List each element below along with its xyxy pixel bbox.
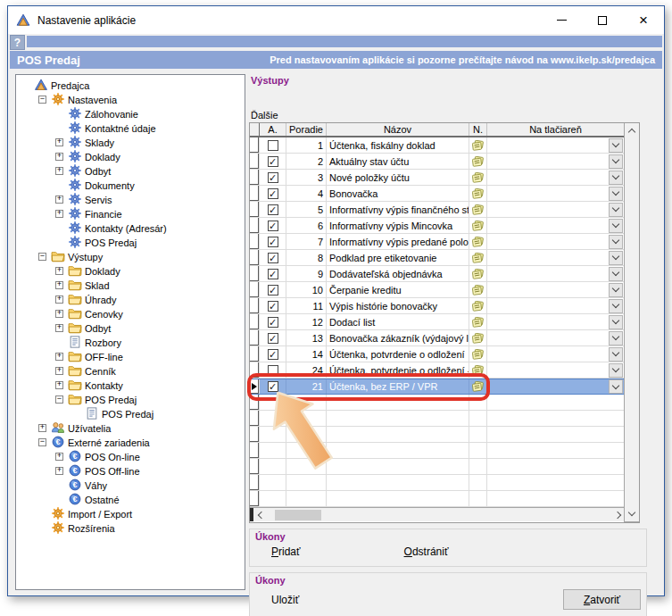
tree-item[interactable]: +Užívatelia (16, 420, 245, 435)
printer-dropdown-button[interactable] (609, 138, 623, 153)
tree-item[interactable]: +OFF-line (16, 349, 245, 363)
tree-item[interactable]: −Nastavenia (16, 92, 245, 106)
tree-item[interactable]: Dokumenty (16, 178, 245, 192)
table-row[interactable]: ✓13Bonovačka zákazník (výdajový lís (250, 330, 624, 346)
tree-item[interactable]: Zálohovanie (16, 106, 245, 121)
tree-item[interactable]: +Doklady (16, 263, 245, 278)
tree-expander[interactable]: + (55, 381, 68, 389)
expand-icon[interactable]: + (55, 453, 63, 461)
tree-expander[interactable]: + (55, 196, 68, 204)
printer-dropdown-button[interactable] (609, 171, 623, 185)
expand-icon[interactable]: + (55, 310, 63, 318)
tree-item[interactable]: +Úhrady (16, 292, 245, 306)
tree-expander[interactable]: − (38, 253, 51, 261)
expand-icon[interactable]: + (55, 467, 63, 475)
expand-icon[interactable]: + (55, 210, 63, 218)
scroll-up-icon[interactable] (628, 129, 635, 136)
table-row[interactable]: ✓10Čerpanie kreditu (250, 282, 624, 298)
table-row[interactable]: ✓5Informatívny výpis finančného sta (250, 202, 624, 218)
horizontal-scroll-thumb[interactable] (275, 510, 321, 520)
tree-expander[interactable]: − (38, 438, 51, 446)
active-checkbox[interactable]: ✓ (268, 285, 278, 296)
active-checkbox[interactable] (268, 140, 278, 151)
collapse-icon[interactable]: − (55, 395, 63, 404)
printer-dropdown-button[interactable] (609, 251, 623, 265)
expand-icon[interactable]: + (55, 281, 63, 289)
tree-item[interactable]: +Financie (16, 206, 245, 221)
active-checkbox[interactable]: ✓ (268, 156, 278, 167)
tree-item[interactable]: +€POS On-line (16, 449, 245, 463)
active-checkbox[interactable]: ✓ (268, 253, 278, 263)
collapse-icon[interactable]: − (38, 253, 46, 261)
active-checkbox[interactable]: ✓ (268, 221, 278, 231)
table-row[interactable]: ✓14Účtenka, potvrdenie o odložení (250, 346, 624, 362)
tree-expander[interactable]: + (55, 367, 68, 375)
tree-expander[interactable]: + (55, 153, 68, 161)
active-checkbox[interactable]: ✓ (268, 237, 278, 247)
maximize-button[interactable] (582, 6, 623, 34)
table-row[interactable]: ✓9Dodávateľská objednávka (250, 266, 624, 282)
expand-icon[interactable]: + (55, 196, 63, 204)
tree-item[interactable]: €Váhy (16, 478, 245, 492)
tree-item[interactable]: +Servis (16, 192, 245, 206)
help-button[interactable]: ? (10, 35, 25, 50)
collapse-icon[interactable]: − (38, 96, 46, 104)
minimize-button[interactable] (541, 6, 582, 34)
printer-dropdown-button[interactable] (609, 363, 623, 378)
active-checkbox[interactable]: ✓ (268, 188, 278, 199)
tree-expander[interactable]: + (55, 453, 68, 461)
tree-item[interactable]: Kontaktné údaje (16, 121, 245, 135)
active-checkbox[interactable]: ✓ (268, 317, 278, 328)
tree-expander[interactable]: + (55, 210, 68, 218)
collapse-icon[interactable]: − (38, 438, 46, 446)
tree-expander[interactable]: + (55, 296, 68, 304)
header-printer[interactable]: Na tlačiareň (487, 123, 624, 136)
active-checkbox[interactable]: ✓ (268, 333, 278, 344)
tree-item[interactable]: +Odbyt (16, 320, 245, 335)
printer-dropdown-button[interactable] (609, 187, 623, 201)
close-dialog-button[interactable]: Zatvoriť (563, 589, 641, 610)
tree-item[interactable]: +Kontakty (16, 378, 245, 392)
table-row[interactable]: 1Účtenka, fiskálny doklad (250, 137, 624, 154)
active-checkbox[interactable]: ✓ (268, 172, 278, 183)
tree-item[interactable]: Predajca (16, 78, 245, 92)
scroll-down-icon[interactable] (628, 509, 635, 516)
expand-icon[interactable]: + (55, 367, 63, 375)
expand-icon[interactable]: + (55, 324, 63, 332)
tree-item[interactable]: +Odbyt (16, 163, 245, 178)
printer-dropdown-button[interactable] (609, 315, 623, 329)
active-checkbox[interactable]: ✓ (268, 269, 278, 279)
expand-icon[interactable]: + (55, 296, 63, 304)
save-button[interactable]: Uložiť (271, 594, 299, 606)
expand-icon[interactable]: + (38, 424, 46, 432)
table-row[interactable]: ✓4Bonovačka (250, 186, 624, 202)
tree-expander[interactable]: + (55, 467, 68, 475)
table-row[interactable]: ✓12Dodací list (250, 314, 624, 330)
tree-expander[interactable]: + (55, 138, 68, 146)
remove-button[interactable]: Odstrániť (404, 545, 449, 558)
header-name[interactable]: Názov (327, 123, 469, 136)
tree-item[interactable]: +Sklady (16, 135, 245, 149)
printer-dropdown-button[interactable] (609, 203, 623, 217)
table-row[interactable]: ✓11Výpis histórie bonovačky (250, 298, 624, 314)
header-note[interactable]: N. (469, 123, 487, 136)
tree-expander[interactable]: + (55, 353, 68, 361)
tree-item[interactable]: +Sklad (16, 278, 245, 292)
printer-dropdown-button[interactable] (609, 299, 623, 313)
expand-icon[interactable]: + (55, 138, 63, 146)
header-order[interactable]: Poradie (286, 123, 327, 136)
printer-dropdown-button[interactable] (609, 267, 623, 281)
tree-expander[interactable]: + (55, 167, 68, 175)
tree-item[interactable]: +Doklady (16, 149, 245, 163)
vertical-scrollbar[interactable] (624, 123, 639, 521)
printer-dropdown-button[interactable] (609, 283, 623, 297)
table-row[interactable]: ✓8Podklad pre etiketovanie (250, 250, 624, 266)
printer-dropdown-button[interactable] (609, 379, 623, 394)
tree-item[interactable]: POS Predaj (16, 406, 245, 420)
expand-icon[interactable]: + (55, 267, 63, 275)
tree-item[interactable]: Import / Export (16, 506, 245, 520)
tree-expander[interactable]: + (38, 424, 51, 432)
active-checkbox[interactable] (268, 365, 278, 376)
active-checkbox[interactable]: ✓ (268, 349, 278, 360)
table-row[interactable]: ✓21Účtenka, bez ERP / VPR (250, 379, 624, 395)
